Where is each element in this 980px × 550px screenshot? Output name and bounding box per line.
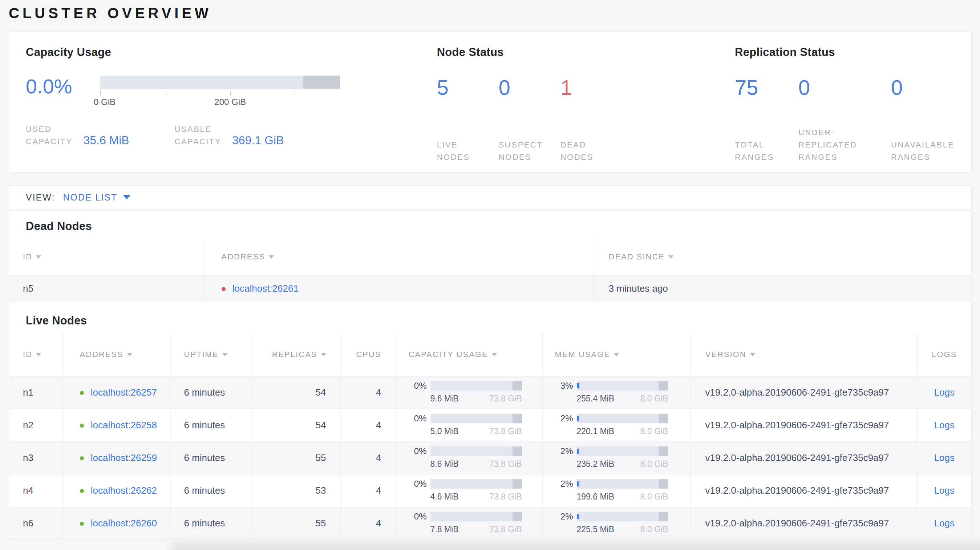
sort-arrow-icon [222,353,228,356]
cell-node-address: localhost:26259 [62,441,170,474]
suspect-nodes-label: SUSPECT NODES [499,139,560,164]
cell-version: v19.2.0-alpha.20190606-2491-gfe735c9a97 [690,507,918,539]
unavailable-ranges-label: UNAVAILABLE RANGES [891,139,971,164]
logs-link[interactable]: Logs [934,452,955,463]
under-replicated-ranges-label: UNDER- REPLICATED RANGES [799,126,891,164]
cell-mem-usage: 2% 225.5 MiB 8.0 GiB [542,507,690,539]
live-status-dot-icon [80,522,84,526]
cell-logs: Logs [918,376,971,409]
capacity-bar-chart: 0 GiB 200 GiB [100,76,340,108]
cell-uptime: 6 minutes [170,376,250,409]
cell-logs: Logs [918,474,971,507]
mem-mini-bar [577,381,668,391]
cell-logs: Logs [918,409,971,441]
live-status-dot-icon [80,456,84,460]
sort-arrow-icon [668,255,673,259]
cell-mem-usage: 2% 235.2 MiB 8.0 GiB [542,441,690,474]
cell-uptime: 6 minutes [170,409,250,441]
node-address-link[interactable]: localhost:26261 [232,283,299,294]
cell-cpus: 4 [341,409,396,441]
mem-mini-bar [577,479,668,489]
live-nodes-table: ID ADDRESS UPTIME REPLICAS CPUS CAPACITY… [9,333,971,539]
under-replicated-ranges-value: 0 [799,77,891,98]
live-status-dot-icon [80,424,84,428]
cell-capacity-usage: 0% 7.8 MiB 73.8 GiB [396,507,542,539]
axis-label-200gib: 200 GiB [214,97,246,107]
node-address-link[interactable]: localhost:26258 [91,420,157,431]
mem-mini-bar [577,414,668,423]
table-row: n3 localhost:26259 6 minutes 55 4 0% [9,441,971,474]
cell-replicas: 53 [250,474,341,507]
col-header-version[interactable]: VERSION [690,333,918,376]
col-header-cpus: CPUS [341,333,396,376]
total-ranges-value: 75 [735,77,799,98]
logs-link[interactable]: Logs [934,518,955,529]
cell-replicas: 54 [250,409,341,441]
unavailable-ranges-stat: 0 UNAVAILABLE RANGES [891,77,971,164]
cell-logs: Logs [918,441,971,474]
cell-version: v19.2.0-alpha.20190606-2491-gfe735c9a97 [690,409,918,441]
sort-arrow-icon [750,353,755,356]
node-address-link[interactable]: localhost:26257 [91,387,157,398]
col-header-capacity-usage[interactable]: CAPACITY USAGE [396,333,542,376]
col-header-mem-usage[interactable]: MEM USAGE [542,333,690,376]
mem-mini-bar [577,447,668,456]
cluster-summary-card: Capacity Usage 0.0% 0 GiB 200 GiB USED C… [9,32,971,173]
nodes-tables-card: Dead Nodes ID ADDRESS DEAD SINCE n5 [9,211,971,540]
capacity-usage-section: Capacity Usage 0.0% 0 GiB 200 GiB USED C… [26,46,437,158]
cell-node-address: localhost:26262 [62,474,170,507]
live-status-dot-icon [80,489,84,493]
col-header-id[interactable]: ID [9,333,62,376]
logs-link[interactable]: Logs [934,485,955,496]
node-status-section: Node Status 5 LIVE NODES 0 SUSPECT NODES… [437,46,735,158]
sort-arrow-icon [36,353,41,356]
col-header-uptime[interactable]: UPTIME [170,333,250,376]
capacity-bar-segment [303,76,340,89]
sort-arrow-icon [492,353,497,356]
view-dropdown-value: NODE LIST [63,192,117,203]
view-label: VIEW: [26,192,55,203]
dead-col-header-address[interactable]: ADDRESS [204,238,594,275]
table-row: n4 localhost:26262 6 minutes 53 4 0% [9,474,971,507]
node-address-link[interactable]: localhost:26260 [91,518,157,529]
col-header-replicas[interactable]: REPLICAS [250,333,341,376]
capacity-mini-bar [430,479,522,489]
cell-mem-usage: 2% 220.1 MiB 8.0 GiB [542,409,690,441]
cell-uptime: 6 minutes [170,507,250,539]
cell-replicas: 55 [250,441,341,474]
total-ranges-label: TOTAL RANGES [735,139,799,164]
col-header-logs: LOGS [918,333,971,376]
used-capacity-label: USED CAPACITY [26,123,72,148]
col-header-address[interactable]: ADDRESS [62,333,170,376]
view-dropdown[interactable]: NODE LIST [63,192,130,203]
cell-node-address: localhost:26257 [62,376,170,409]
capacity-axis-ticks [100,91,340,96]
sort-arrow-icon [127,353,132,356]
view-bar: VIEW: NODE LIST [9,185,971,209]
cell-uptime: 6 minutes [170,474,250,507]
node-address-link[interactable]: localhost:26259 [91,452,157,463]
node-address-link[interactable]: localhost:26262 [91,485,157,496]
cell-cpus: 4 [341,441,396,474]
logs-link[interactable]: Logs [934,420,955,431]
cell-version: v19.2.0-alpha.20190606-2491-gfe735c9a97 [690,376,918,409]
cell-node-address: localhost:26258 [62,409,170,441]
cell-capacity-usage: 0% 4.6 MiB 73.8 GiB [396,474,542,507]
logs-link[interactable]: Logs [934,387,955,398]
capacity-axis-labels: 0 GiB 200 GiB [100,97,340,108]
capacity-mini-bar [430,447,522,456]
dead-nodes-table: ID ADDRESS DEAD SINCE n5 localhost:26261… [9,238,971,302]
dead-col-header-id[interactable]: ID [9,238,204,275]
usable-capacity-label: USABLE CAPACITY [175,123,221,148]
capacity-bar [100,76,340,89]
cell-replicas: 55 [250,507,341,539]
dead-nodes-label: DEAD NODES [560,139,622,164]
sort-arrow-icon [269,255,274,259]
cell-capacity-usage: 0% 8.6 MiB 73.8 GiB [396,441,542,474]
cell-dead-since: 3 minutes ago [594,275,971,302]
used-capacity-value: 35.6 MiB [83,134,129,147]
cell-version: v19.2.0-alpha.20190606-2491-gfe735c9a97 [690,474,918,507]
usable-capacity-stat: USABLE CAPACITY 369.1 GiB [175,123,284,148]
dead-col-header-dead-since[interactable]: DEAD SINCE [594,238,971,275]
dead-nodes-stat: 1 DEAD NODES [560,77,622,164]
